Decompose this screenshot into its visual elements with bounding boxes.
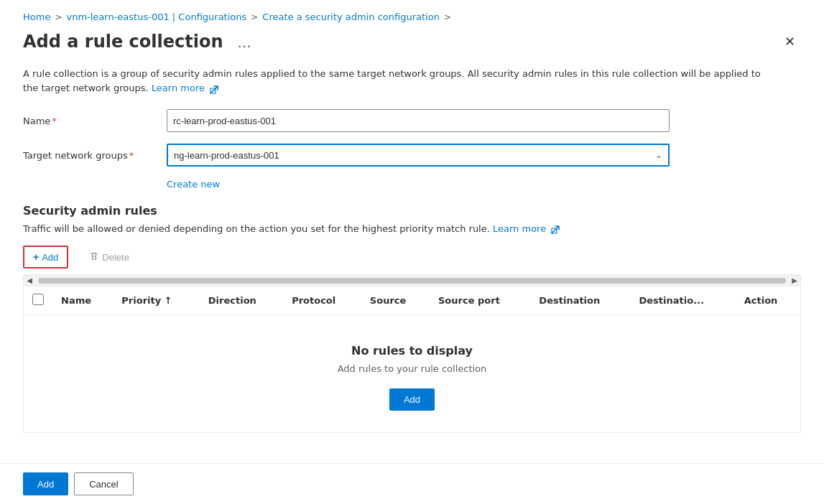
delete-rule-button[interactable]: Delete (80, 247, 138, 268)
column-header-source[interactable]: Source (361, 286, 430, 315)
horizontal-scrollbar[interactable]: ◀ ▶ (24, 275, 800, 286)
page-title-extra: ... (238, 34, 251, 51)
name-input[interactable] (167, 109, 670, 132)
column-header-priority[interactable]: Priority ↑ (113, 286, 199, 315)
rules-learn-more-link[interactable]: Learn more (493, 223, 560, 234)
column-header-checkbox (24, 286, 52, 315)
add-rule-label: Add (42, 252, 58, 263)
security-admin-rules-section: Security admin rules Traffic will be all… (23, 204, 801, 433)
create-new-container: Create new (167, 178, 801, 190)
empty-state-row: No rules to display Add rules to your ru… (24, 315, 800, 433)
column-header-direction[interactable]: Direction (200, 286, 283, 315)
page-title: Add a rule collection (23, 32, 223, 52)
scroll-track[interactable] (38, 278, 786, 284)
target-network-groups-select[interactable]: ng-learn-prod-eastus-001 (167, 144, 670, 167)
breadcrumb-sep-3: > (444, 12, 451, 22)
name-form-group: Name* (23, 109, 801, 132)
plus-icon: + (33, 251, 39, 263)
breadcrumb-sep-1: > (55, 12, 62, 22)
column-header-destination[interactable]: Destination (530, 286, 630, 315)
section-title: Security admin rules (23, 204, 801, 218)
rules-table: Name Priority ↑ Direction Protocol Sourc… (24, 286, 800, 432)
table-header: Name Priority ↑ Direction Protocol Sourc… (24, 286, 800, 315)
breadcrumb: Home > vnm-learn-eastus-001 | Configurat… (23, 11, 801, 22)
footer-add-button[interactable]: Add (23, 472, 68, 495)
target-network-groups-label: Target network groups* (23, 150, 167, 161)
empty-state-add-button[interactable]: Add (389, 388, 435, 411)
add-rule-button[interactable]: + Add (23, 246, 68, 269)
column-header-destination-port[interactable]: Destinatio... (630, 286, 735, 315)
target-network-groups-form-group: Target network groups* ng-learn-prod-eas… (23, 144, 801, 167)
create-new-link[interactable]: Create new (167, 179, 220, 190)
breadcrumb-create-config[interactable]: Create a security admin configuration (262, 11, 440, 22)
empty-state-description: Add rules to your rule collection (38, 363, 786, 374)
column-header-source-port[interactable]: Source port (430, 286, 530, 315)
scroll-right-arrow[interactable]: ▶ (789, 275, 800, 286)
scroll-left-arrow[interactable]: ◀ (24, 275, 35, 286)
breadcrumb-configurations[interactable]: vnm-learn-eastus-001 | Configurations (66, 11, 246, 22)
trash-icon (89, 251, 99, 263)
close-button[interactable]: ✕ (779, 31, 801, 52)
rules-external-link-icon (549, 223, 560, 234)
rules-table-container: ◀ ▶ Name Priority ↑ (23, 274, 801, 433)
empty-state: No rules to display Add rules to your ru… (24, 315, 800, 432)
external-link-icon (210, 84, 218, 93)
page-description: A rule collection is a group of security… (23, 67, 777, 95)
column-header-name[interactable]: Name (52, 286, 113, 315)
column-header-action[interactable]: Action (736, 286, 800, 315)
delete-label: Delete (102, 252, 129, 263)
rules-toolbar: + Add Delete (23, 246, 801, 269)
empty-state-title: No rules to display (38, 344, 786, 358)
select-all-checkbox[interactable] (32, 294, 44, 305)
column-header-protocol[interactable]: Protocol (283, 286, 361, 315)
section-description: Traffic will be allowed or denied depend… (23, 223, 801, 234)
description-learn-more-link[interactable]: Learn more (152, 83, 218, 93)
breadcrumb-sep-2: > (251, 12, 258, 22)
name-label: Name* (23, 116, 167, 126)
breadcrumb-home[interactable]: Home (23, 11, 50, 22)
priority-sort-header: Priority ↑ (121, 295, 172, 306)
page-header: Add a rule collection ... ✕ (23, 31, 801, 52)
target-network-groups-select-container: ng-learn-prod-eastus-001 ⌄ (167, 144, 670, 167)
footer-cancel-button[interactable]: Cancel (74, 472, 133, 495)
page-footer: Add Cancel (0, 463, 824, 504)
table-body: No rules to display Add rules to your ru… (24, 315, 800, 433)
toolbar-divider (74, 248, 75, 266)
